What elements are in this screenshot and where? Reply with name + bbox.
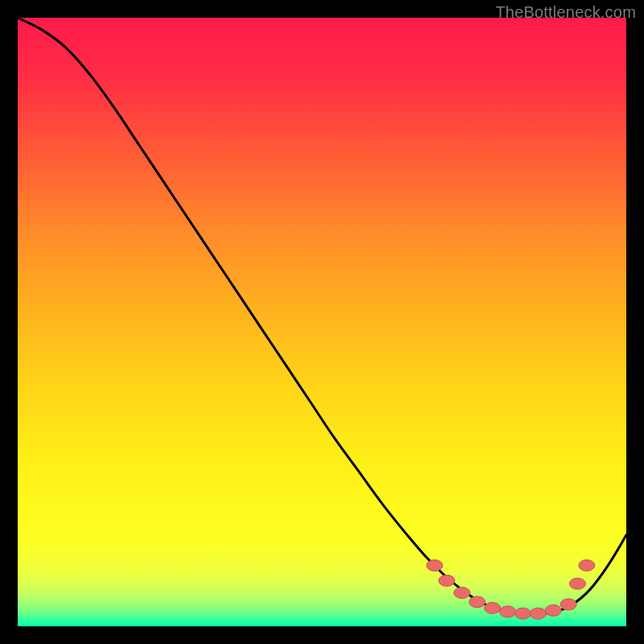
- dot: [469, 597, 485, 608]
- chart-frame: TheBottleneck.com: [0, 0, 644, 644]
- dot: [485, 602, 501, 613]
- dot: [570, 578, 586, 589]
- dot: [530, 608, 546, 619]
- dot: [579, 559, 595, 571]
- dot: [545, 605, 561, 616]
- curve-layer: [18, 18, 626, 626]
- dot: [500, 606, 516, 617]
- dot: [427, 559, 443, 571]
- dot: [454, 587, 470, 598]
- dot: [560, 599, 576, 610]
- plot-area: [18, 18, 626, 626]
- bottleneck-curve: [18, 18, 626, 614]
- dot: [439, 575, 455, 586]
- dot: [514, 608, 530, 619]
- watermark-text: TheBottleneck.com: [495, 3, 636, 22]
- highlight-dots: [427, 559, 595, 619]
